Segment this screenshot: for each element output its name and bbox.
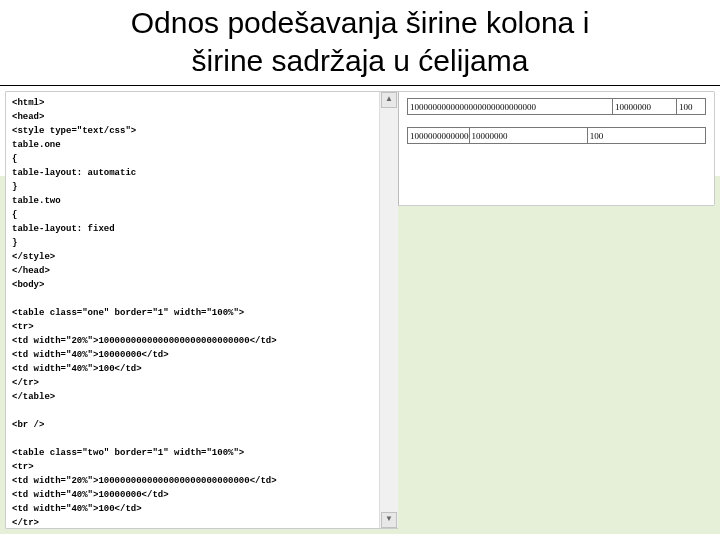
scroll-up-button[interactable]: ▲ <box>381 92 397 108</box>
title-line-1: Odnos podešavanja širine kolona i <box>131 6 590 39</box>
table-row: 1000000000000000000000000000 10000000 10… <box>408 128 706 144</box>
cell: 10000000 <box>612 99 676 115</box>
slide-title: Odnos podešavanja širine kolona i širine… <box>0 0 720 86</box>
slide: Odnos podešavanja širine kolona i širine… <box>0 0 720 540</box>
table-row: 1000000000000000000000000000 10000000 10… <box>408 99 706 115</box>
cell: 1000000000000000000000000000 <box>408 99 613 115</box>
cell: 100 <box>677 99 706 115</box>
content-area: <html> <head> <style type="text/css"> ta… <box>0 86 720 534</box>
cell: 10000000 <box>469 128 587 144</box>
code-text: <html> <head> <style type="text/css"> ta… <box>12 96 377 528</box>
scrollbar[interactable]: ▲ ▼ <box>379 92 398 528</box>
preview-pane: 1000000000000000000000000000 10000000 10… <box>398 91 715 206</box>
code-pane: <html> <head> <style type="text/css"> ta… <box>5 91 398 529</box>
code-viewport: <html> <head> <style type="text/css"> ta… <box>6 92 379 528</box>
scroll-down-button[interactable]: ▼ <box>381 512 397 528</box>
table-fixed: 1000000000000000000000000000 10000000 10… <box>407 127 706 144</box>
split-pane: <html> <head> <style type="text/css"> ta… <box>5 91 715 529</box>
cell: 100 <box>587 128 705 144</box>
cell: 1000000000000000000000000000 <box>408 128 470 144</box>
title-line-2: širine sadržaja u ćelijama <box>192 44 529 77</box>
table-auto: 1000000000000000000000000000 10000000 10… <box>407 98 706 115</box>
